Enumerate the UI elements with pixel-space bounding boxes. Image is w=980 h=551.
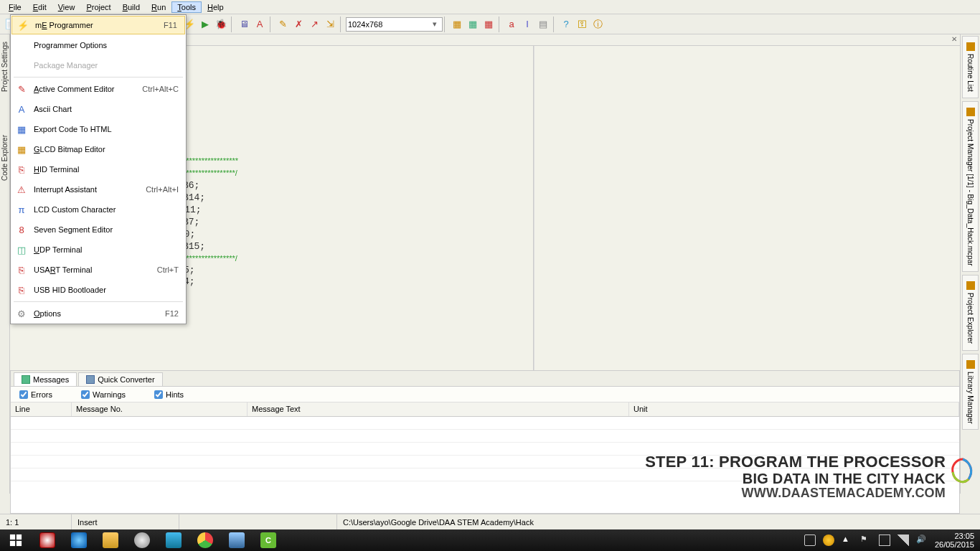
comment-icon[interactable]: ✎	[275, 17, 290, 32]
help-icon[interactable]: ?	[559, 17, 573, 32]
menu-tools[interactable]: Tools	[171, 1, 202, 13]
filter-warnings[interactable]: Warnings	[81, 390, 126, 399]
menu-edit[interactable]: Edit	[27, 1, 52, 13]
menu-item-ascii-chart[interactable]: AAscii Chart	[11, 99, 186, 119]
menu-item-label: GLCD Bitmap Editor	[34, 145, 173, 154]
menu-item-glcd-bitmap-editor[interactable]: ▦GLCD Bitmap Editor	[11, 139, 186, 159]
toolbar-separator	[270, 17, 273, 32]
taskbar-item-explorer[interactable]	[95, 529, 126, 551]
tab-icon	[966, 108, 975, 116]
column-unit[interactable]: Unit	[629, 402, 959, 416]
menu-item-options[interactable]: ⚙OptionsF12	[11, 303, 186, 324]
column-message-text[interactable]: Message Text	[248, 402, 629, 416]
filter-errors[interactable]: Errors	[19, 390, 52, 399]
menu-item-hid-terminal[interactable]: ⎘HID Terminal	[11, 159, 186, 179]
tutorial-overlay: STEP 11: PROGRAM THE PROCESSOR BIG DATA …	[645, 453, 946, 501]
flag-icon[interactable]: ⚑	[860, 534, 872, 546]
clock-time: 23:05	[935, 532, 974, 540]
menu-item-lcd-custom-character[interactable]: πLCD Custom Character	[11, 199, 186, 220]
menu-item-programmer-options[interactable]: Programmer Options	[11, 35, 186, 55]
keyboard-icon[interactable]	[804, 534, 816, 546]
taskbar-clock[interactable]: 23:05 26/05/2015	[935, 532, 974, 549]
menu-item-active-comment-editor[interactable]: ✎Active Comment EditorCtrl+Alt+C	[11, 79, 186, 99]
menu-item-interrupt-assistant[interactable]: ⚠Interrupt AssistantCtrl+Alt+I	[11, 179, 186, 199]
left-tab-code-explorer[interactable]: Code Explorer	[1, 135, 9, 181]
messages-filters: ErrorsWarningsHints	[11, 387, 959, 402]
char-i-icon[interactable]: I	[520, 17, 534, 32]
menu-file[interactable]: File	[3, 1, 27, 13]
export-icon[interactable]: ↗	[307, 17, 321, 32]
tab-quick-converter[interactable]: Quick Converter	[78, 372, 162, 386]
toolbar-separator	[444, 17, 447, 32]
column-message-no-[interactable]: Message No.	[72, 402, 248, 416]
img2-icon[interactable]: ▦	[466, 17, 480, 32]
taskbar-item-store[interactable]	[158, 529, 189, 551]
filter-hints[interactable]: Hints	[154, 390, 184, 399]
menu-item-icon: ▦	[15, 123, 28, 136]
tools-dropdown: ⚡mE ProgrammerF11Programmer OptionsPacka…	[10, 14, 187, 324]
filter-checkbox[interactable]	[19, 390, 28, 399]
right-tab-project[interactable]: Project Manager [1/1] - Big_Data_Hack.mc…	[962, 101, 979, 273]
left-tab-project-settings[interactable]: Project Settings	[1, 42, 9, 92]
char-a-icon[interactable]: a	[504, 17, 519, 32]
close-icon[interactable]: ✕	[951, 35, 957, 43]
key-icon[interactable]: ⚿	[575, 17, 589, 32]
menu-item-label: Interrupt Assistant	[34, 185, 140, 194]
tab-messages[interactable]: Messages	[14, 372, 77, 386]
about-icon[interactable]: ⓘ	[590, 17, 605, 32]
battery-icon[interactable]	[879, 534, 890, 546]
taskbar-item-mcafee[interactable]	[32, 529, 63, 551]
debug-icon[interactable]: 🐞	[214, 17, 228, 32]
menu-item-udp-terminal[interactable]: ◫UDP Terminal	[11, 240, 186, 260]
menubar: FileEditViewProjectBuildRunToolsHelp	[0, 0, 980, 14]
start-button[interactable]	[0, 529, 32, 551]
filter-checkbox[interactable]	[81, 390, 90, 399]
messages-grid-header: LineMessage No.Message TextUnit	[11, 402, 959, 417]
right-tab-library[interactable]: Library Manager	[962, 354, 979, 430]
taskbar-item-chrome[interactable]	[189, 529, 221, 551]
menu-item-icon: ⎘	[15, 283, 28, 296]
menu-item-seven-segment-editor[interactable]: 8Seven Segment Editor	[11, 220, 186, 240]
resolution-combo[interactable]	[346, 17, 443, 32]
uncomment-icon[interactable]: ✗	[291, 17, 306, 32]
right-tab-project[interactable]: Project Explorer	[962, 275, 979, 350]
font-icon[interactable]: A	[253, 17, 267, 32]
grid-icon[interactable]: ▤	[536, 17, 550, 32]
run-icon[interactable]: ▶	[198, 17, 212, 32]
menu-item-usart-terminal[interactable]: ⎘USART TerminalCtrl+T	[11, 260, 186, 280]
column-line[interactable]: Line	[11, 402, 72, 416]
menu-item-label: USB HID Bootloader	[34, 286, 173, 294]
action-center-icon[interactable]	[823, 534, 834, 546]
menu-item-label: Seven Segment Editor	[34, 225, 173, 234]
menu-item-me-programmer[interactable]: ⚡mE ProgrammerF11	[11, 16, 185, 34]
filter-checkbox[interactable]	[154, 390, 163, 399]
img1-icon[interactable]: ▦	[450, 17, 464, 32]
taskbar-item-hp[interactable]	[126, 529, 158, 551]
menu-separator	[14, 301, 183, 302]
menu-item-icon: ⎘	[15, 263, 28, 276]
menu-build[interactable]: Build	[117, 1, 146, 13]
img3-icon[interactable]: ▦	[481, 17, 496, 32]
taskbar-item-ie[interactable]	[63, 529, 95, 551]
menu-item-usb-hid-bootloader[interactable]: ⎘USB HID Bootloader	[11, 280, 186, 300]
menu-item-shortcut: F11	[164, 21, 180, 29]
toolbar-separator	[340, 17, 343, 32]
monitor-icon[interactable]: 🖥	[237, 17, 251, 32]
right-tab-routine[interactable]: Routine List	[962, 36, 979, 98]
tray-chevron-icon[interactable]: ▲	[842, 534, 853, 546]
svg-rect-2	[10, 541, 15, 546]
menu-item-export-code-to-html[interactable]: ▦Export Code To HTML	[11, 119, 186, 139]
taskbar-item-app1[interactable]	[221, 529, 253, 551]
toolbar-separator	[231, 17, 234, 32]
export2-icon[interactable]: ⇲	[323, 17, 337, 32]
network-icon[interactable]	[897, 534, 909, 546]
menu-project[interactable]: Project	[80, 1, 116, 13]
tab-icon	[966, 281, 975, 290]
menu-view[interactable]: View	[52, 1, 81, 13]
toolbar-separator	[553, 17, 556, 32]
menu-run[interactable]: Run	[146, 1, 171, 13]
volume-icon[interactable]: 🔊	[916, 534, 928, 546]
menu-help[interactable]: Help	[202, 1, 230, 13]
taskbar-item-mikroc[interactable]: C	[253, 529, 284, 551]
status-spacer	[179, 514, 337, 529]
